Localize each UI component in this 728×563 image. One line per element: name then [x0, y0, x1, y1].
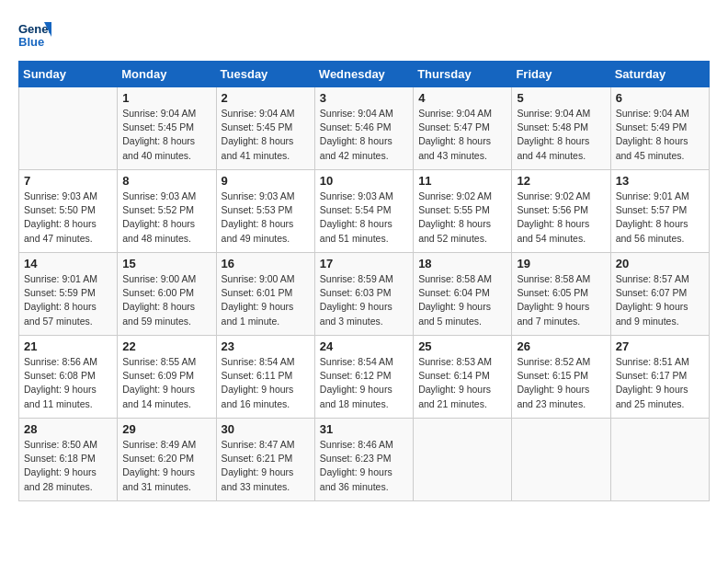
day-number: 3: [320, 91, 408, 105]
cell-content: Sunrise: 9:04 AMSunset: 5:46 PMDaylight:…: [320, 107, 408, 163]
day-number: 16: [222, 257, 310, 270]
cell-content: Sunrise: 9:03 AMSunset: 5:50 PMDaylight:…: [24, 190, 112, 246]
cell-content: Sunrise: 9:04 AMSunset: 5:48 PMDaylight:…: [517, 107, 605, 163]
calendar-cell: 23Sunrise: 8:54 AMSunset: 6:11 PMDayligh…: [216, 336, 314, 419]
day-number: 28: [24, 422, 112, 436]
weekday-header-thursday: Thursday: [414, 62, 512, 87]
day-number: 2: [222, 91, 310, 105]
calendar-cell: 5Sunrise: 9:04 AMSunset: 5:48 PMDaylight…: [512, 87, 610, 170]
calendar-row-3: 21Sunrise: 8:56 AMSunset: 6:08 PMDayligh…: [19, 336, 710, 419]
calendar-cell: 12Sunrise: 9:02 AMSunset: 5:56 PMDayligh…: [512, 170, 610, 253]
day-number: 31: [320, 422, 408, 436]
calendar-cell: 10Sunrise: 9:03 AMSunset: 5:54 PMDayligh…: [314, 170, 413, 253]
cell-content: Sunrise: 9:04 AMSunset: 5:45 PMDaylight:…: [122, 107, 210, 163]
cell-content: Sunrise: 8:58 AMSunset: 6:04 PMDaylight:…: [418, 272, 506, 328]
day-number: 10: [320, 174, 408, 188]
calendar-cell: 1Sunrise: 9:04 AMSunset: 5:45 PMDaylight…: [118, 87, 216, 170]
cell-content: Sunrise: 9:04 AMSunset: 5:49 PMDaylight:…: [616, 107, 704, 163]
cell-content: Sunrise: 8:49 AMSunset: 6:20 PMDaylight:…: [122, 438, 210, 494]
calendar-cell: 2Sunrise: 9:04 AMSunset: 5:45 PMDaylight…: [216, 87, 314, 170]
calendar-row-0: 1Sunrise: 9:04 AMSunset: 5:45 PMDaylight…: [19, 87, 710, 170]
day-number: 21: [24, 339, 112, 353]
cell-content: Sunrise: 8:54 AMSunset: 6:12 PMDaylight:…: [320, 355, 408, 411]
calendar-cell: 16Sunrise: 9:00 AMSunset: 6:01 PMDayligh…: [216, 253, 314, 336]
weekday-header-friday: Friday: [512, 62, 610, 87]
logo-icon: General Blue: [18, 18, 51, 52]
cell-content: Sunrise: 9:00 AMSunset: 6:00 PMDaylight:…: [122, 272, 210, 328]
calendar-row-2: 14Sunrise: 9:01 AMSunset: 5:59 PMDayligh…: [19, 253, 710, 336]
cell-content: Sunrise: 9:00 AMSunset: 6:01 PMDaylight:…: [222, 272, 310, 328]
weekday-header-wednesday: Wednesday: [314, 62, 413, 87]
cell-content: Sunrise: 8:46 AMSunset: 6:23 PMDaylight:…: [320, 438, 408, 494]
day-number: 26: [517, 339, 605, 353]
page-header: General Blue: [18, 18, 710, 52]
calendar-row-1: 7Sunrise: 9:03 AMSunset: 5:50 PMDaylight…: [19, 170, 710, 253]
calendar-cell: [19, 87, 118, 170]
day-number: 15: [122, 257, 210, 270]
day-number: 11: [418, 174, 506, 188]
weekday-header-sunday: Sunday: [19, 62, 118, 87]
calendar-cell: 17Sunrise: 8:59 AMSunset: 6:03 PMDayligh…: [314, 253, 413, 336]
calendar-cell: 4Sunrise: 9:04 AMSunset: 5:47 PMDaylight…: [414, 87, 512, 170]
calendar-cell: 18Sunrise: 8:58 AMSunset: 6:04 PMDayligh…: [414, 253, 512, 336]
calendar-cell: 6Sunrise: 9:04 AMSunset: 5:49 PMDaylight…: [610, 87, 709, 170]
cell-content: Sunrise: 8:59 AMSunset: 6:03 PMDaylight:…: [320, 272, 408, 328]
calendar-cell: 27Sunrise: 8:51 AMSunset: 6:17 PMDayligh…: [610, 336, 709, 419]
day-number: 17: [320, 257, 408, 270]
weekday-header-tuesday: Tuesday: [216, 62, 314, 87]
cell-content: Sunrise: 9:02 AMSunset: 5:55 PMDaylight:…: [418, 190, 506, 246]
calendar-cell: 24Sunrise: 8:54 AMSunset: 6:12 PMDayligh…: [314, 336, 413, 419]
day-number: 7: [24, 174, 112, 188]
cell-content: Sunrise: 9:03 AMSunset: 5:52 PMDaylight:…: [122, 190, 210, 246]
weekday-header-monday: Monday: [118, 62, 216, 87]
day-number: 18: [418, 257, 506, 270]
weekday-header-saturday: Saturday: [610, 62, 709, 87]
calendar-cell: 3Sunrise: 9:04 AMSunset: 5:46 PMDaylight…: [314, 87, 413, 170]
cell-content: Sunrise: 8:56 AMSunset: 6:08 PMDaylight:…: [24, 355, 112, 411]
calendar-cell: 28Sunrise: 8:50 AMSunset: 6:18 PMDayligh…: [19, 419, 118, 501]
day-number: 4: [418, 91, 506, 105]
calendar-cell: 26Sunrise: 8:52 AMSunset: 6:15 PMDayligh…: [512, 336, 610, 419]
calendar-cell: 21Sunrise: 8:56 AMSunset: 6:08 PMDayligh…: [19, 336, 118, 419]
day-number: 1: [122, 91, 210, 105]
calendar-cell: 13Sunrise: 9:01 AMSunset: 5:57 PMDayligh…: [610, 170, 709, 253]
day-number: 27: [616, 339, 704, 353]
cell-content: Sunrise: 9:01 AMSunset: 5:57 PMDaylight:…: [616, 190, 704, 246]
calendar-cell: 9Sunrise: 9:03 AMSunset: 5:53 PMDaylight…: [216, 170, 314, 253]
day-number: 30: [222, 422, 310, 436]
calendar-table: SundayMondayTuesdayWednesdayThursdayFrid…: [18, 61, 710, 501]
cell-content: Sunrise: 8:53 AMSunset: 6:14 PMDaylight:…: [418, 355, 506, 411]
calendar-cell: 8Sunrise: 9:03 AMSunset: 5:52 PMDaylight…: [118, 170, 216, 253]
cell-content: Sunrise: 8:50 AMSunset: 6:18 PMDaylight:…: [24, 438, 112, 494]
weekday-header-row: SundayMondayTuesdayWednesdayThursdayFrid…: [19, 62, 710, 87]
cell-content: Sunrise: 8:55 AMSunset: 6:09 PMDaylight:…: [122, 355, 210, 411]
calendar-cell: [414, 419, 512, 501]
cell-content: Sunrise: 8:57 AMSunset: 6:07 PMDaylight:…: [616, 272, 704, 328]
calendar-cell: 22Sunrise: 8:55 AMSunset: 6:09 PMDayligh…: [118, 336, 216, 419]
day-number: 6: [616, 91, 704, 105]
day-number: 14: [24, 257, 112, 270]
calendar-cell: 11Sunrise: 9:02 AMSunset: 5:55 PMDayligh…: [414, 170, 512, 253]
cell-content: Sunrise: 9:01 AMSunset: 5:59 PMDaylight:…: [24, 272, 112, 328]
calendar-cell: [512, 419, 610, 501]
calendar-cell: 20Sunrise: 8:57 AMSunset: 6:07 PMDayligh…: [610, 253, 709, 336]
calendar-cell: [610, 419, 709, 501]
calendar-cell: 15Sunrise: 9:00 AMSunset: 6:00 PMDayligh…: [118, 253, 216, 336]
day-number: 29: [122, 422, 210, 436]
day-number: 9: [222, 174, 310, 188]
cell-content: Sunrise: 9:03 AMSunset: 5:54 PMDaylight:…: [320, 190, 408, 246]
day-number: 13: [616, 174, 704, 188]
cell-content: Sunrise: 8:54 AMSunset: 6:11 PMDaylight:…: [222, 355, 310, 411]
calendar-cell: 25Sunrise: 8:53 AMSunset: 6:14 PMDayligh…: [414, 336, 512, 419]
cell-content: Sunrise: 8:47 AMSunset: 6:21 PMDaylight:…: [222, 438, 310, 494]
day-number: 19: [517, 257, 605, 270]
logo: General Blue: [18, 18, 51, 52]
day-number: 8: [122, 174, 210, 188]
calendar-cell: 14Sunrise: 9:01 AMSunset: 5:59 PMDayligh…: [19, 253, 118, 336]
day-number: 25: [418, 339, 506, 353]
calendar-row-4: 28Sunrise: 8:50 AMSunset: 6:18 PMDayligh…: [19, 419, 710, 501]
day-number: 23: [222, 339, 310, 353]
cell-content: Sunrise: 8:58 AMSunset: 6:05 PMDaylight:…: [517, 272, 605, 328]
cell-content: Sunrise: 9:02 AMSunset: 5:56 PMDaylight:…: [517, 190, 605, 246]
cell-content: Sunrise: 9:04 AMSunset: 5:47 PMDaylight:…: [418, 107, 506, 163]
